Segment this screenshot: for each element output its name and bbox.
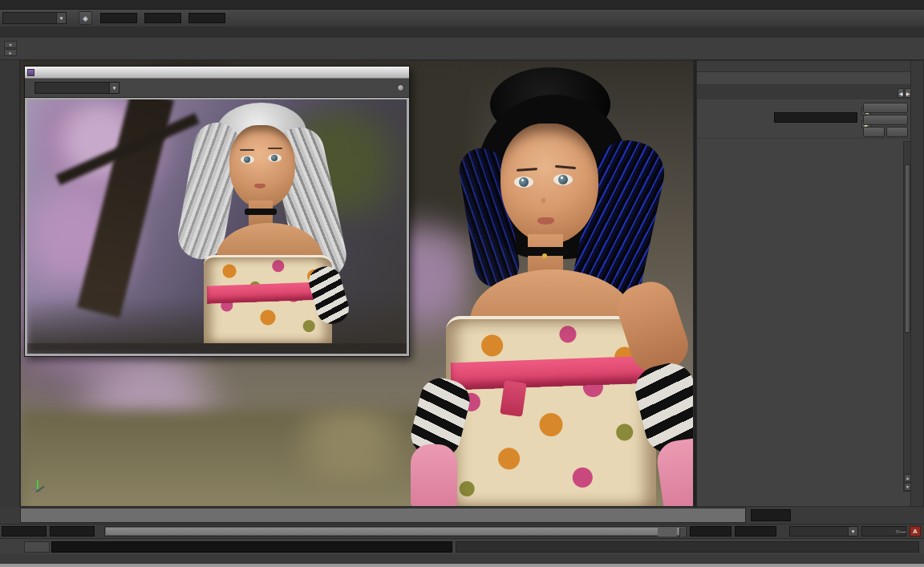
z-input[interactable] xyxy=(188,13,225,23)
menu-bar xyxy=(0,0,924,10)
shelf-tabs xyxy=(0,26,924,38)
range-end-handle[interactable] xyxy=(679,528,685,537)
attribute-editor-menus xyxy=(697,72,912,84)
shelf-menu-arrow-icon[interactable]: ▸ xyxy=(4,49,17,56)
tab-scroll-left-icon[interactable]: ◀ xyxy=(898,88,904,98)
node-name-row: ◀ ▶ xyxy=(697,99,912,139)
presets-button[interactable] xyxy=(863,115,908,125)
attribute-sections xyxy=(697,141,903,492)
ipr-status-icon xyxy=(397,84,404,91)
attribute-editor-tabs: ◀ ▶ xyxy=(697,84,912,99)
render-view-titlebar[interactable] xyxy=(25,67,409,79)
animation-start-input[interactable] xyxy=(2,526,47,537)
auto-keyframe-icon[interactable]: ○— xyxy=(895,526,906,537)
axis-entry-mode-icon[interactable]: ◈ xyxy=(79,11,92,25)
maya-window: ▼ ◈ ▾ ▸ xyxy=(0,0,924,567)
command-result-area[interactable] xyxy=(456,541,919,553)
attribute-editor-panel: ◀ ▶ ◀ ▶ ▲ ▼ xyxy=(696,60,924,507)
chevron-down-icon: ▼ xyxy=(109,83,119,93)
focus-button[interactable] xyxy=(863,103,908,113)
view-axis-indicator xyxy=(29,473,53,497)
y-input[interactable] xyxy=(144,13,181,23)
x-input[interactable] xyxy=(100,13,137,23)
time-slider xyxy=(0,507,924,524)
shelf: ▾ ▸ xyxy=(0,38,924,60)
playback-start-input[interactable] xyxy=(50,526,95,537)
playback-end-input[interactable] xyxy=(690,526,732,537)
attribute-editor-bottom-buttons xyxy=(697,491,903,504)
tab-scroll-arrows: ◀ ▶ xyxy=(898,88,911,98)
command-line xyxy=(0,538,924,554)
coordinate-entry: ◈ xyxy=(78,11,225,25)
window-bottom-edge xyxy=(0,564,924,567)
chevron-down-icon: ▼ xyxy=(848,527,857,536)
toolbox xyxy=(0,60,20,507)
range-end-label xyxy=(658,528,677,537)
render-view-app-icon xyxy=(27,69,34,76)
current-time-input[interactable] xyxy=(751,509,791,521)
attribute-editor-main: ◀ ▶ ◀ ▶ xyxy=(697,61,912,506)
animation-preferences-icon[interactable]: A xyxy=(910,526,921,537)
menu-set-selector[interactable]: ▼ xyxy=(2,12,67,24)
render-view-window[interactable]: ▼ xyxy=(24,66,410,357)
range-bar-inner[interactable] xyxy=(106,528,685,535)
range-bar[interactable] xyxy=(104,526,687,537)
render-status-bar xyxy=(27,343,407,354)
render-view-image[interactable] xyxy=(27,99,407,354)
show-button[interactable] xyxy=(863,127,885,137)
scrollbar-thumb[interactable] xyxy=(905,164,910,333)
panel-side-tabs xyxy=(910,61,923,506)
chevron-down-icon: ▼ xyxy=(56,13,66,23)
shelf-selector: ▾ ▸ xyxy=(0,38,21,59)
node-name-input[interactable] xyxy=(774,112,857,123)
shelf-tab-arrow-icon[interactable]: ▾ xyxy=(4,41,17,48)
anim-layer-dropdown[interactable]: ▼ xyxy=(789,526,858,537)
render-view-toolbar-right xyxy=(389,84,406,91)
time-slider-track[interactable] xyxy=(20,508,746,523)
range-slider: ▼ ○— A xyxy=(0,524,924,538)
command-input[interactable] xyxy=(51,541,452,553)
attribute-editor-titlebar[interactable] xyxy=(697,61,912,72)
help-line xyxy=(0,554,924,564)
renderer-dropdown[interactable]: ▼ xyxy=(34,82,120,94)
animation-end-input[interactable] xyxy=(735,526,776,537)
hide-button[interactable] xyxy=(886,127,908,137)
command-language-label[interactable] xyxy=(24,541,50,553)
status-line: ▼ ◈ xyxy=(0,10,924,26)
render-view-toolbar: ▼ xyxy=(25,79,409,98)
